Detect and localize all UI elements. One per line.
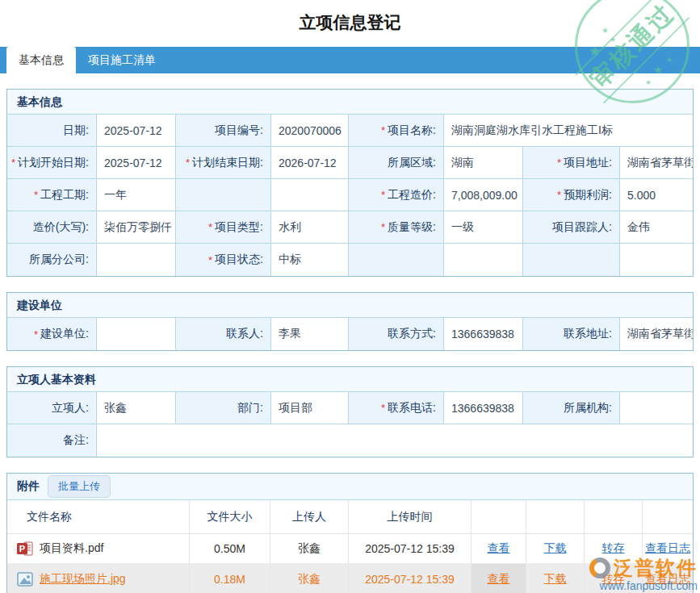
file-action-cell: 查看日志 bbox=[642, 564, 693, 593]
field-label-text: 计划结束日期: bbox=[192, 156, 263, 170]
form-row: 日期:2025-07-12项目编号:2020070006*项目名称:湖南洞庭湖水… bbox=[7, 115, 693, 147]
field-label-text: 预期利润: bbox=[564, 188, 612, 203]
view-log-link[interactable]: 查看日志 bbox=[645, 541, 690, 556]
field-project-type-value: 水利 bbox=[270, 211, 348, 243]
required-marker: * bbox=[381, 402, 385, 414]
field-project-tracker-label: 项目跟踪人: bbox=[522, 211, 619, 243]
field-empty-value bbox=[619, 244, 693, 276]
field-contact-address-label: 联系地址: bbox=[522, 318, 619, 350]
image-file-icon bbox=[17, 572, 33, 587]
form-row: *工程工期:一年*工程造价:7,008,009.00*预期利润:5.000 bbox=[7, 179, 693, 211]
field-date-value: 2025-07-12 bbox=[96, 115, 175, 146]
field-project-name-label: *项目名称: bbox=[348, 115, 443, 146]
field-label-text: 工程工期: bbox=[40, 188, 89, 203]
required-marker: * bbox=[381, 124, 385, 136]
field-contact-address-value: 湖南省茅草街 bbox=[619, 318, 693, 350]
field-label-text: 项目编号: bbox=[215, 123, 263, 138]
field-project-tracker-value: 金伟 bbox=[619, 211, 693, 243]
field-label-text: 联系方式: bbox=[388, 327, 436, 341]
seal-star-icon: ★ bbox=[645, 79, 652, 86]
tab-basic-info[interactable]: 基本信息 bbox=[6, 47, 76, 73]
field-project-address-value: 湖南省茅草街 bbox=[619, 147, 693, 178]
field-empty-value bbox=[270, 179, 348, 211]
field-label-text: 项目类型: bbox=[215, 220, 263, 235]
tab-construction-list[interactable]: 项目施工清单 bbox=[76, 47, 168, 73]
field-construction-unit-label: *建设单位: bbox=[7, 318, 96, 350]
field-project-number-value: 2020070006 bbox=[270, 115, 348, 146]
field-contact-method-label: 联系方式: bbox=[348, 318, 443, 350]
file-uploader: 张鑫 bbox=[270, 534, 348, 563]
field-project-duration-label: *工程工期: bbox=[7, 179, 96, 211]
field-construction-unit-value bbox=[96, 318, 175, 350]
file-name-cell: P项目资料.pdf bbox=[7, 534, 189, 563]
field-quality-grade-label: *质量等级: bbox=[348, 211, 443, 243]
form-row: *建设单位:联系人:李果联系方式:1366639838联系地址:湖南省茅草街 bbox=[7, 318, 693, 350]
batch-upload-button[interactable]: 批量上传 bbox=[48, 475, 111, 498]
transfer-link[interactable]: 转存 bbox=[602, 572, 625, 587]
download-link[interactable]: 下载 bbox=[544, 572, 567, 587]
field-label-text: 项目名称: bbox=[388, 123, 436, 138]
field-label-text: 项目地址: bbox=[564, 156, 612, 170]
field-label-text: 所属区域: bbox=[388, 156, 436, 170]
field-contact-person-label: 联系人: bbox=[175, 318, 270, 350]
file-name[interactable]: 施工现场照片.jpg bbox=[40, 572, 126, 587]
field-empty-value bbox=[443, 244, 522, 276]
file-action-cell: 查看日志 bbox=[642, 534, 693, 563]
file-upload-time: 2025-07-12 15:39 bbox=[348, 534, 471, 563]
section-title: 基本信息 bbox=[7, 90, 693, 115]
field-label-text: 联系人: bbox=[226, 327, 263, 341]
view-link[interactable]: 查看 bbox=[488, 541, 510, 556]
field-contact-person-value: 李果 bbox=[270, 318, 348, 350]
attach-column-header-empty bbox=[526, 500, 584, 533]
field-label-text: 项目跟踪人: bbox=[552, 220, 612, 235]
form-row: *计划开始日期:2025-07-12*计划结束日期:2026-07-12所属区域… bbox=[7, 147, 693, 179]
attach-column-header: 文件名称 bbox=[7, 500, 189, 533]
file-name[interactable]: 项目资料.pdf bbox=[40, 541, 103, 556]
attach-column-header-empty bbox=[642, 500, 693, 533]
field-project-name-value: 湖南洞庭湖水库引水工程施工I标 bbox=[443, 115, 693, 146]
attachment-row: 施工现场照片.jpg0.18M张鑫2025-07-12 15:39查看下载转存查… bbox=[7, 564, 693, 593]
field-label-text: 所属机构: bbox=[564, 401, 612, 416]
transfer-link[interactable]: 转存 bbox=[602, 541, 625, 556]
form-row: 立项人:张鑫部门:项目部*联系电话:1366639838所属机构: bbox=[7, 392, 693, 424]
required-marker: * bbox=[208, 254, 212, 266]
required-marker: * bbox=[186, 157, 190, 169]
required-marker: * bbox=[381, 221, 385, 233]
file-size: 0.50M bbox=[189, 534, 270, 563]
field-label-text: 项目状态: bbox=[215, 253, 263, 267]
field-project-status-label: *项目状态: bbox=[175, 244, 270, 276]
field-quality-grade-value: 一级 bbox=[443, 211, 522, 243]
view-link[interactable]: 查看 bbox=[488, 572, 510, 587]
field-department-label: 部门: bbox=[175, 392, 270, 424]
attachment-row: P项目资料.pdf0.50M张鑫2025-07-12 15:39查看下载转存查看… bbox=[7, 534, 693, 564]
file-name-cell: 施工现场照片.jpg bbox=[7, 564, 189, 593]
attach-column-header-empty bbox=[584, 500, 642, 533]
field-contact-phone-label: *联系电话: bbox=[348, 392, 443, 424]
field-contact-method-value: 1366639838 bbox=[443, 318, 522, 350]
field-plan-start-date-value: 2025-07-12 bbox=[96, 147, 175, 178]
section-title: 立项人基本资料 bbox=[7, 367, 693, 392]
file-action-cell: 转存 bbox=[584, 534, 642, 563]
attachments-title: 附件 bbox=[17, 479, 40, 494]
field-organization-label: 所属机构: bbox=[522, 392, 619, 424]
page-title: 立项信息登记 bbox=[0, 0, 700, 47]
attachments-section: 附件 批量上传 文件名称文件大小上传人上传时间 P项目资料.pdf0.50M张鑫… bbox=[6, 473, 694, 593]
field-label-text: 质量等级: bbox=[388, 220, 436, 235]
attach-column-header: 上传时间 bbox=[348, 500, 471, 533]
attach-column-header: 上传人 bbox=[270, 500, 348, 533]
required-marker: * bbox=[557, 157, 561, 169]
file-action-cell: 下载 bbox=[526, 534, 584, 563]
pdf-file-icon: P bbox=[17, 541, 33, 556]
download-link[interactable]: 下载 bbox=[544, 541, 567, 556]
field-label-text: 所属分公司: bbox=[29, 253, 89, 267]
field-expected-profit-label: *预期利润: bbox=[522, 179, 619, 211]
form-row: 造价(大写):柒佰万零捌仟*项目类型:水利*质量等级:一级项目跟踪人:金伟 bbox=[7, 211, 693, 244]
required-marker: * bbox=[34, 328, 38, 340]
field-project-address-label: *项目地址: bbox=[522, 147, 619, 178]
attach-column-header: 文件大小 bbox=[189, 500, 270, 533]
form-row: 所属分公司:*项目状态:中标 bbox=[7, 244, 693, 276]
view-log-link[interactable]: 查看日志 bbox=[645, 572, 690, 587]
file-action-cell: 查看 bbox=[471, 564, 526, 593]
required-marker: * bbox=[34, 189, 38, 201]
field-label-text: 建设单位: bbox=[40, 327, 89, 341]
